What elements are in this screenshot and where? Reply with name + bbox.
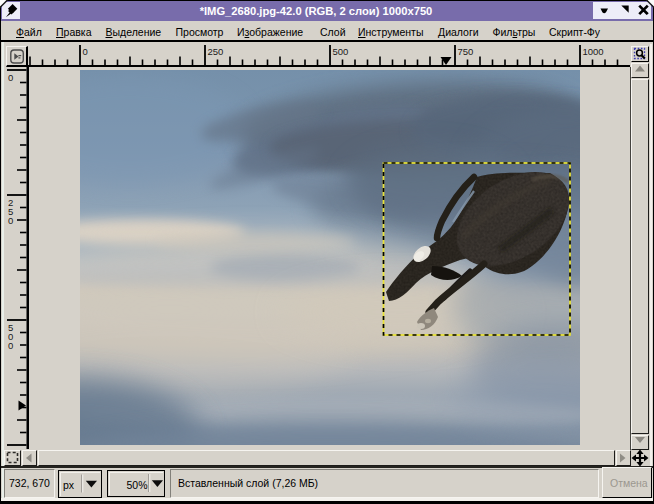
svg-text:0: 0	[8, 340, 13, 351]
svg-text:0: 0	[8, 72, 13, 83]
svg-text:0: 0	[8, 215, 13, 226]
